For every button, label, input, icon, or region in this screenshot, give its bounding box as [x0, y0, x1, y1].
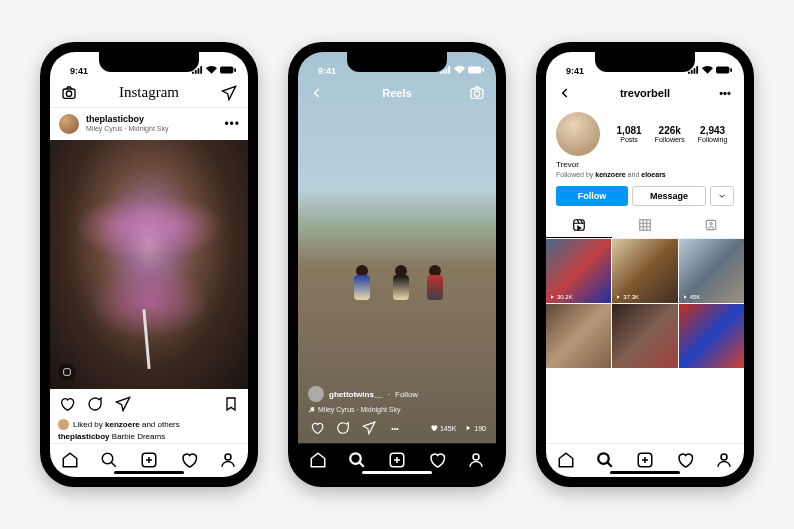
- like-icon[interactable]: [308, 419, 326, 437]
- grid-tab[interactable]: [612, 212, 678, 238]
- reels-video[interactable]: 9:41 Reels ghettotwins__ ·: [298, 52, 496, 443]
- profile-tab[interactable]: [219, 451, 237, 469]
- svg-rect-1: [234, 68, 236, 72]
- svg-point-12: [309, 410, 311, 412]
- search-tab[interactable]: [100, 451, 118, 469]
- comment-icon[interactable]: [86, 395, 104, 413]
- svg-point-14: [351, 453, 362, 464]
- battery-icon: [716, 66, 732, 76]
- post-username[interactable]: theplasticboy: [86, 115, 218, 125]
- svg-point-7: [225, 454, 231, 460]
- app-header: Instagram: [50, 78, 248, 108]
- more-icon[interactable]: •••: [224, 117, 240, 131]
- follow-link[interactable]: Follow: [395, 390, 418, 399]
- stat-posts[interactable]: 1,081 Posts: [617, 125, 642, 143]
- search-tab[interactable]: [348, 451, 366, 469]
- message-button[interactable]: Message: [632, 186, 706, 206]
- svg-point-25: [721, 454, 727, 460]
- svg-rect-4: [64, 369, 71, 376]
- grid-tile[interactable]: [679, 304, 744, 368]
- profile-tab[interactable]: [467, 451, 485, 469]
- share-icon[interactable]: [114, 395, 132, 413]
- activity-tab[interactable]: [676, 451, 694, 469]
- post-music[interactable]: Miley Cyrus · Midnight Sky: [86, 125, 218, 133]
- reels-grid: 30.2K 37.3K 45K: [546, 239, 744, 443]
- comment-icon[interactable]: [334, 419, 352, 437]
- wifi-icon: [702, 66, 713, 76]
- profile-tab[interactable]: [715, 451, 733, 469]
- post-actions: [50, 389, 248, 419]
- like-icon[interactable]: [58, 395, 76, 413]
- post-image[interactable]: [50, 140, 248, 389]
- activity-tab[interactable]: [428, 451, 446, 469]
- profile-tabs: [546, 212, 744, 239]
- phone-feed: 9:41 Instagram theplasticboy Miley Cyrus…: [40, 42, 258, 487]
- svg-point-3: [66, 91, 71, 96]
- reels-username[interactable]: ghettotwins__: [329, 390, 383, 399]
- activity-tab[interactable]: [180, 451, 198, 469]
- more-icon[interactable]: •••: [386, 419, 404, 437]
- search-tab[interactable]: [596, 451, 614, 469]
- camera-icon[interactable]: [60, 84, 78, 102]
- svg-rect-0: [220, 66, 233, 73]
- avatar[interactable]: [58, 113, 80, 135]
- profile-name: Trevor: [546, 160, 744, 169]
- home-tab[interactable]: [309, 451, 327, 469]
- grid-tile[interactable]: [612, 304, 677, 368]
- svg-rect-18: [730, 68, 732, 72]
- status-time: 9:41: [318, 66, 336, 76]
- instagram-logo: Instagram: [119, 84, 179, 101]
- reels-badge-icon: [58, 363, 76, 381]
- profile-header: trevorbell •••: [546, 78, 744, 108]
- grid-tile[interactable]: [546, 304, 611, 368]
- play-count: 30.2K: [549, 294, 573, 300]
- status-time: 9:41: [70, 66, 88, 76]
- back-icon[interactable]: [556, 84, 574, 102]
- tagged-tab[interactable]: [678, 212, 744, 238]
- grid-tile[interactable]: 37.3K: [612, 239, 677, 303]
- svg-rect-17: [716, 66, 729, 73]
- stat-followers[interactable]: 226k Followers: [655, 125, 685, 143]
- svg-rect-8: [468, 66, 481, 73]
- reels-music[interactable]: Miley Cyrus · Midnight Sky: [308, 406, 486, 413]
- profile-handle: trevorbell: [620, 87, 670, 99]
- followed-by[interactable]: Followed by kenzoere and eloears: [546, 169, 744, 180]
- wifi-icon: [206, 66, 217, 76]
- battery-icon: [220, 66, 236, 76]
- suggestions-button[interactable]: [710, 186, 734, 206]
- svg-rect-9: [482, 68, 484, 72]
- reels-tab[interactable]: [546, 212, 612, 238]
- view-count: 190: [464, 424, 486, 432]
- save-icon[interactable]: [222, 395, 240, 413]
- reels-title: Reels: [382, 87, 411, 99]
- messages-icon[interactable]: [220, 84, 238, 102]
- liker-avatar: [58, 419, 69, 430]
- more-icon[interactable]: •••: [716, 84, 734, 102]
- create-tab[interactable]: [388, 451, 406, 469]
- camera-icon[interactable]: [468, 84, 486, 102]
- phone-reels: 9:41 Reels ghettotwins__ ·: [288, 42, 506, 487]
- svg-point-16: [473, 454, 479, 460]
- play-count: 37.3K: [615, 294, 639, 300]
- grid-tile[interactable]: 30.2K: [546, 239, 611, 303]
- like-count: 145K: [430, 424, 456, 432]
- likes-row[interactable]: Liked by kenzoere and others: [50, 419, 248, 430]
- play-count: 45K: [682, 294, 701, 300]
- svg-point-5: [103, 453, 114, 464]
- create-tab[interactable]: [636, 451, 654, 469]
- post-caption: theplasticboy Barbie Dreams: [50, 430, 248, 443]
- stat-following[interactable]: 2,943 Following: [698, 125, 728, 143]
- back-icon[interactable]: [308, 84, 326, 102]
- avatar[interactable]: [308, 386, 324, 402]
- profile-avatar[interactable]: [556, 112, 600, 156]
- svg-point-13: [312, 410, 314, 412]
- grid-tile[interactable]: 45K: [679, 239, 744, 303]
- home-tab[interactable]: [557, 451, 575, 469]
- home-tab[interactable]: [61, 451, 79, 469]
- follow-button[interactable]: Follow: [556, 186, 628, 206]
- phone-profile: 9:41 trevorbell ••• 1,081 Posts 226k: [536, 42, 754, 487]
- status-time: 9:41: [566, 66, 584, 76]
- share-icon[interactable]: [360, 419, 378, 437]
- svg-rect-20: [640, 219, 651, 230]
- create-tab[interactable]: [140, 451, 158, 469]
